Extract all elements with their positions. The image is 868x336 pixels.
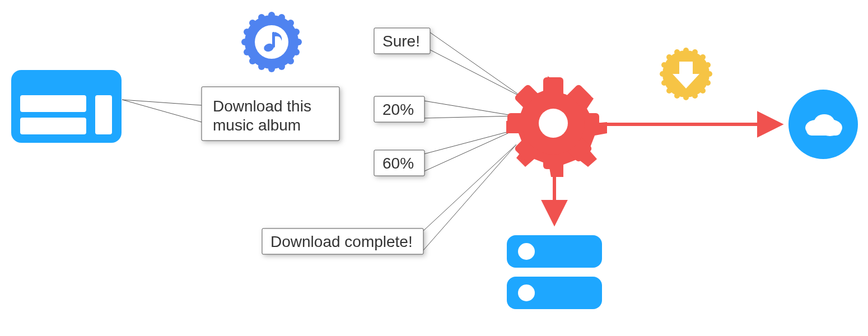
svg-point-28 (255, 25, 288, 59)
svg-rect-8 (20, 95, 86, 112)
storage-stack-icon (507, 235, 602, 309)
callout-complete-text: Download complete! (270, 233, 413, 250)
callout-20-text: 20% (382, 101, 414, 118)
svg-point-14 (287, 20, 294, 26)
svg-point-18 (287, 58, 294, 64)
svg-point-27 (258, 14, 265, 21)
svg-point-63 (518, 284, 535, 301)
svg-point-24 (241, 39, 248, 45)
svg-point-51 (661, 62, 667, 68)
svg-point-50 (660, 71, 665, 77)
callout-pointers (122, 32, 524, 251)
svg-point-25 (244, 29, 250, 35)
svg-rect-59 (806, 125, 841, 136)
svg-point-19 (278, 63, 285, 70)
svg-point-43 (705, 80, 711, 86)
download-arrow-badge-icon (660, 48, 712, 100)
svg-rect-9 (20, 118, 86, 134)
callout-60: 60% (374, 150, 424, 176)
svg-point-47 (674, 93, 680, 99)
cloud-circle-icon (788, 90, 858, 159)
diagram-canvas: Download this music album Sure! 20% 60% … (0, 0, 868, 336)
svg-point-52 (666, 54, 672, 60)
svg-point-46 (683, 95, 689, 100)
svg-point-36 (539, 109, 568, 138)
app-window-icon (11, 70, 122, 143)
svg-rect-30 (272, 32, 275, 48)
svg-point-21 (258, 63, 265, 70)
music-note-badge-icon (241, 12, 302, 72)
gear-icon (506, 76, 607, 177)
callout-complete: Download complete! (262, 228, 423, 254)
svg-point-12 (268, 12, 275, 18)
svg-rect-10 (95, 95, 112, 134)
svg-point-38 (683, 48, 689, 53)
svg-point-44 (700, 88, 706, 94)
callout-sure-text: Sure! (382, 32, 420, 50)
svg-point-49 (661, 80, 667, 86)
svg-point-22 (249, 58, 256, 64)
svg-point-45 (692, 93, 698, 99)
callout-20: 20% (374, 96, 424, 122)
callout-sure: Sure! (374, 28, 430, 54)
svg-point-15 (293, 29, 300, 35)
svg-point-16 (295, 39, 302, 45)
svg-point-20 (268, 66, 275, 72)
callout-request: Download this music album (202, 87, 339, 141)
svg-point-53 (674, 49, 680, 55)
svg-point-42 (707, 71, 712, 77)
svg-point-39 (692, 49, 698, 55)
callout-request-line1: Download this (213, 97, 311, 115)
svg-rect-54 (679, 62, 693, 74)
svg-point-41 (705, 62, 711, 68)
svg-point-13 (278, 14, 285, 21)
callout-60-text: 60% (382, 155, 414, 172)
callout-request-line2: music album (213, 116, 301, 134)
svg-point-26 (249, 20, 256, 26)
svg-point-48 (666, 88, 672, 94)
svg-point-40 (700, 54, 706, 60)
svg-point-61 (518, 243, 535, 260)
svg-point-23 (244, 49, 250, 55)
svg-point-17 (293, 49, 300, 55)
